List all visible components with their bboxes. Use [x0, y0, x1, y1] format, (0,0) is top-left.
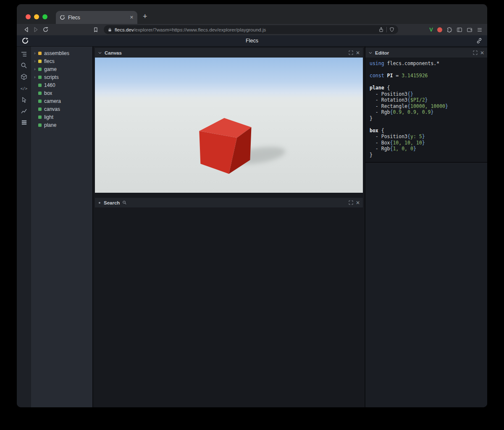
- chevron-down-icon[interactable]: [98, 51, 102, 55]
- tree-item-light[interactable]: light: [31, 113, 92, 121]
- entity-label: camera: [44, 98, 61, 104]
- extension-red-icon[interactable]: [437, 27, 442, 32]
- stats-icon[interactable]: [20, 107, 28, 115]
- wallet-icon[interactable]: [467, 27, 472, 33]
- minimize-window-button[interactable]: [34, 14, 39, 19]
- fullscreen-icon[interactable]: [349, 50, 353, 55]
- bullet-icon: [99, 202, 100, 204]
- tree-item-camera[interactable]: camera: [31, 97, 92, 105]
- code-icon[interactable]: </>: [20, 84, 28, 92]
- entities-icon[interactable]: [20, 73, 28, 81]
- code-line: }: [370, 115, 483, 122]
- svg-text:</>: </>: [21, 87, 28, 91]
- expand-arrow-icon[interactable]: ›: [34, 75, 38, 79]
- close-icon[interactable]: ✕: [356, 50, 360, 55]
- entity-color-square: [38, 60, 42, 63]
- share-link-icon[interactable]: [476, 38, 482, 44]
- entity-color-square: [38, 92, 42, 95]
- zoom-window-button[interactable]: [42, 14, 47, 19]
- code-line: - Position3{}: [370, 91, 483, 97]
- entity-label: canvas: [44, 106, 60, 112]
- empty-area: [95, 207, 363, 407]
- tree-item-game[interactable]: ›game: [31, 65, 92, 73]
- entity-label: box: [44, 90, 52, 96]
- main-column: Canvas ✕: [92, 47, 365, 407]
- window-controls: [26, 14, 47, 19]
- expand-arrow-icon[interactable]: ›: [34, 59, 38, 63]
- close-icon[interactable]: ✕: [480, 50, 484, 55]
- editor-code[interactable]: using flecs.components.* const PI = 3.14…: [365, 58, 487, 163]
- brave-shield-icon[interactable]: [389, 27, 394, 32]
- entity-label: light: [44, 114, 53, 120]
- 3d-scene[interactable]: [95, 58, 363, 193]
- tree-item-flecs[interactable]: ›flecs: [31, 57, 92, 65]
- divider: [386, 27, 387, 32]
- canvas-panel-header: Canvas ✕: [95, 48, 363, 58]
- flecs-logo-icon: [60, 15, 65, 20]
- empty-area: [365, 163, 487, 407]
- back-icon[interactable]: [21, 25, 31, 34]
- tree-item-assemblies[interactable]: ›assemblies: [31, 49, 92, 57]
- entity-label: plane: [44, 122, 56, 128]
- code-line: plane {: [370, 85, 483, 91]
- extension-icons: V: [429, 26, 483, 33]
- code-line: [370, 79, 483, 85]
- expand-arrow-icon[interactable]: ›: [34, 51, 38, 55]
- tables-icon[interactable]: [20, 118, 28, 126]
- browser-tab-bar: Flecs ✕ +: [17, 4, 487, 24]
- address-bar[interactable]: flecs.dev/explorer/?wasm=https://www.fle…: [104, 25, 398, 34]
- search-icon[interactable]: [20, 62, 28, 69]
- forward-icon[interactable]: [31, 25, 41, 34]
- entity-label: 1460: [44, 82, 55, 88]
- url-path: /explorer/?wasm=https://www.flecs.dev/ex…: [134, 27, 266, 32]
- editor-panel-header: Editor ✕: [365, 48, 487, 58]
- code-line: [370, 67, 483, 73]
- browser-window: Flecs ✕ + flecs.dev/explore: [17, 4, 487, 407]
- tree-icon[interactable]: [20, 50, 28, 58]
- tree-item-canvas[interactable]: canvas: [31, 105, 92, 113]
- editor-column: Editor ✕ using flecs.components.* const …: [365, 47, 487, 407]
- code-line: - Rotation3{$PI/2}: [370, 97, 483, 103]
- app-header: Flecs: [17, 35, 487, 47]
- browser-tab[interactable]: Flecs ✕: [56, 11, 137, 24]
- tree-item-1460[interactable]: 1460: [31, 81, 92, 89]
- desktop: Flecs ✕ + flecs.dev/explore: [0, 0, 504, 430]
- code-line: - Rgb{0.9, 0.9, 0.9}: [370, 109, 483, 115]
- entity-color-square: [38, 52, 42, 55]
- chevron-down-icon[interactable]: [368, 51, 373, 55]
- tree-item-plane[interactable]: plane: [31, 121, 92, 129]
- tree-item-scripts[interactable]: ›scripts: [31, 73, 92, 81]
- fullscreen-icon[interactable]: [349, 200, 353, 205]
- sidebar-toggle-icon[interactable]: [457, 27, 462, 33]
- expand-arrow-icon[interactable]: ›: [34, 67, 38, 71]
- browser-toolbar: flecs.dev/explorer/?wasm=https://www.fle…: [17, 24, 487, 35]
- entity-color-square: [38, 123, 42, 127]
- code-line: - Rgb{1, 0, 0}: [370, 146, 483, 152]
- tab-close-icon[interactable]: ✕: [130, 15, 134, 20]
- entity-color-square: [38, 76, 42, 79]
- entity-label: game: [44, 66, 57, 72]
- entity-color-square: [38, 115, 42, 119]
- code-line: using flecs.components.*: [370, 60, 483, 67]
- entity-color-square: [38, 68, 42, 71]
- tree-item-box[interactable]: box: [31, 89, 92, 97]
- fullscreen-icon[interactable]: [473, 50, 478, 55]
- app-body: </> ›assemblies›flecs›game›scripts1460bo…: [17, 47, 487, 407]
- page-title: Flecs: [17, 38, 487, 44]
- puzzle-extensions-icon[interactable]: [446, 27, 452, 33]
- close-icon[interactable]: ✕: [356, 200, 360, 205]
- entity-color-square: [38, 100, 42, 103]
- close-window-button[interactable]: [26, 14, 31, 19]
- share-icon[interactable]: [378, 27, 384, 32]
- entity-tree: ›assemblies›flecs›game›scripts1460boxcam…: [31, 47, 92, 407]
- inspector-cursor-icon[interactable]: [20, 96, 28, 103]
- canvas-viewport[interactable]: [95, 58, 363, 193]
- code-line: const PI = 3.1415926: [370, 73, 483, 79]
- reload-icon[interactable]: [41, 25, 50, 34]
- extension-v-icon[interactable]: V: [429, 26, 433, 33]
- entity-label: scripts: [44, 74, 59, 80]
- new-tab-button[interactable]: +: [143, 13, 147, 20]
- menu-icon[interactable]: [477, 27, 483, 33]
- bookmark-icon[interactable]: [91, 25, 100, 34]
- lock-icon: [108, 27, 112, 32]
